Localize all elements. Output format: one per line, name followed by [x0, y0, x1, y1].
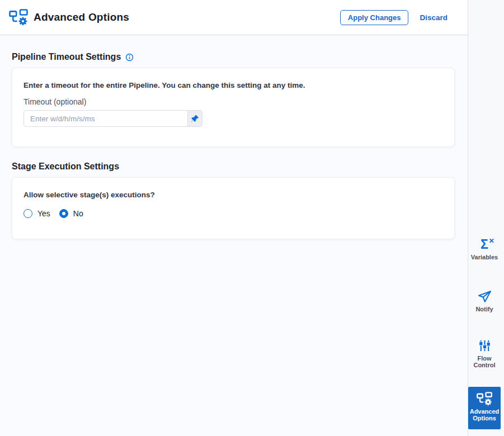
stage-question: Allow selective stage(s) executions? — [23, 191, 443, 199]
sliders-icon — [478, 338, 491, 353]
radio-circle — [23, 209, 32, 218]
paper-plane-icon — [478, 289, 492, 304]
timeout-field-label: Timeout (optional) — [23, 97, 443, 106]
panel-header: Advanced Options Apply Changes Discard — [0, 0, 468, 35]
page-title: Advanced Options — [34, 11, 129, 23]
stage-execution-card: Allow selective stage(s) executions? Yes… — [12, 177, 455, 239]
stage-section-heading: Stage Execution Settings — [12, 162, 454, 172]
timeout-section-title: Pipeline Timeout Settings — [12, 52, 121, 62]
info-icon[interactable] — [125, 53, 134, 61]
stage-section-title: Stage Execution Settings — [12, 162, 119, 172]
timeout-input-group — [23, 110, 202, 127]
radio-option-yes[interactable]: Yes — [23, 209, 50, 218]
sidebar-item-advanced-options[interactable]: Advanced Options — [468, 387, 501, 429]
timeout-settings-card: Enter a timeout for the entire Pipeline.… — [12, 68, 455, 147]
sidebar-item-flow-control[interactable]: Flow Control — [468, 334, 501, 373]
radio-option-no[interactable]: No — [59, 209, 83, 218]
pipeline-gear-icon — [9, 9, 28, 26]
sidebar-item-notify[interactable]: Notify — [468, 285, 501, 317]
discard-button[interactable]: Discard — [420, 13, 448, 22]
sidebar-item-label: Flow Control — [469, 356, 500, 368]
advanced-options-panel: Advanced Options Apply Changes Discard P… — [0, 0, 468, 436]
sidebar-item-label: Advanced Options — [469, 409, 500, 421]
sidebar-item-label: Variables — [471, 254, 498, 261]
apply-changes-button[interactable]: Apply Changes — [340, 10, 409, 25]
sidebar-item-variables[interactable]: Σ✕ Variables — [468, 233, 501, 266]
radio-label: No — [73, 209, 83, 218]
stage-radio-group: Yes No — [23, 209, 443, 218]
timeout-input[interactable] — [23, 110, 187, 127]
sidebar-item-label: Notify — [475, 306, 493, 313]
radio-label: Yes — [37, 209, 50, 218]
right-nav-sidebar: Σ✕ Variables Notify Fl — [468, 0, 504, 436]
timeout-description: Enter a timeout for the entire Pipeline.… — [23, 81, 443, 89]
timeout-section-heading: Pipeline Timeout Settings — [12, 52, 454, 62]
panel-content: Pipeline Timeout Settings Enter a timeou… — [0, 35, 468, 239]
header-actions: Apply Changes Discard — [340, 10, 448, 25]
pipeline-gear-icon — [477, 391, 492, 406]
radio-circle — [59, 209, 68, 218]
sigma-x-icon: Σ✕ — [481, 237, 488, 252]
pin-icon[interactable] — [187, 110, 202, 127]
